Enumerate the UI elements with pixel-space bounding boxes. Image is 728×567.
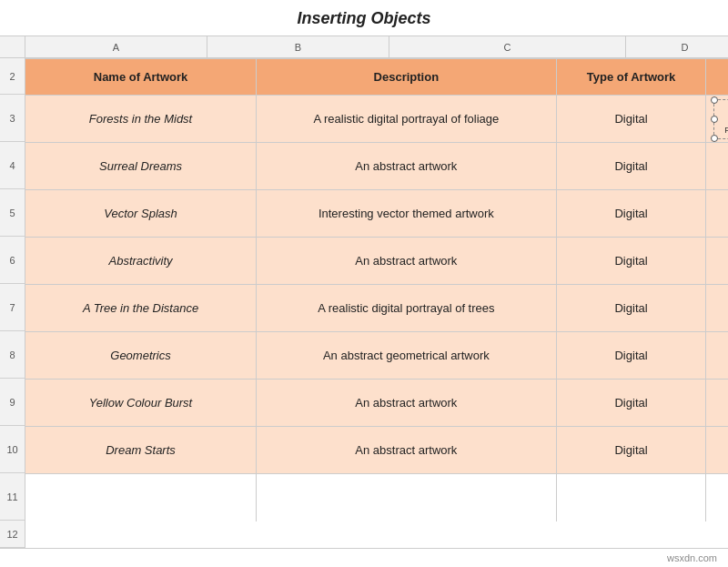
artwork-name-2: Surreal Dreams [25, 143, 257, 190]
table-row: Vector Splash Interesting vector themed … [25, 190, 728, 238]
col-header-c: C [389, 36, 626, 57]
table-row: Surreal Dreams An abstract artwork Digit… [25, 143, 728, 190]
artwork-cell-8 [706, 427, 728, 474]
artwork-desc-8: An abstract artwork [257, 427, 557, 474]
table-row: Dream Starts An abstract artwork Digital [25, 427, 728, 474]
artwork-cell-4 [706, 238, 728, 285]
pdf-selection: pdf ForestintheMidstpdf [713, 99, 728, 139]
artwork-desc-2: An abstract artwork [257, 143, 557, 190]
col-header-b: A [25, 36, 207, 57]
row-num-8: 8 [0, 331, 25, 379]
artwork-cell-6 [706, 332, 728, 380]
row-num-10: 10 [0, 426, 25, 473]
handle-bl [711, 135, 718, 142]
table-header-row: Name of Artwork Description Type of Artw… [25, 59, 728, 96]
artwork-cell-5 [706, 285, 728, 332]
sheet-area: 2 3 4 5 6 7 8 9 10 11 12 A B C D E [0, 36, 728, 548]
table-row: Forests in the Midst A realistic digital… [25, 96, 728, 143]
empty-cell-4 [706, 474, 728, 521]
row-num-2: 2 [0, 58, 25, 95]
artwork-type-4: Digital [556, 238, 706, 285]
col-header-b2: B [207, 36, 389, 57]
artwork-type-1: Digital [556, 96, 706, 143]
footer-bar: wsxdn.com [0, 548, 728, 567]
row-num-3: 3 [0, 95, 25, 142]
empty-cell-3 [556, 474, 706, 521]
artwork-desc-7: An abstract artwork [257, 380, 557, 427]
table-row: Yellow Colour Burst An abstract artwork … [25, 380, 728, 427]
row-num-12: 12 [0, 521, 25, 548]
empty-cell-2 [257, 474, 557, 521]
artwork-desc-6: An abstract geometrical artwork [257, 332, 557, 380]
spreadsheet: Inserting Objects 2 3 4 5 6 7 8 9 10 11 … [0, 0, 728, 567]
main-table: Name of Artwork Description Type of Artw… [25, 58, 728, 521]
artwork-name-6: Geometrics [25, 332, 257, 380]
artwork-name-5: A Tree in the Distance [25, 285, 257, 332]
artwork-desc-5: A realistic digital portrayal of trees [257, 285, 557, 332]
artwork-type-6: Digital [556, 332, 706, 380]
corner-cell [0, 36, 25, 58]
artwork-type-5: Digital [556, 285, 706, 332]
artwork-name-1: Forests in the Midst [25, 96, 257, 143]
watermark: wsxdn.com [667, 552, 717, 563]
pdf-icon-wrapper: pdf ForestintheMidstpdf [724, 93, 728, 146]
header-name: Name of Artwork [25, 59, 257, 96]
artwork-name-3: Vector Splash [25, 190, 257, 238]
header-desc: Description [257, 59, 557, 96]
artwork-name-7: Yellow Colour Burst [25, 380, 257, 427]
empty-row [25, 474, 728, 521]
artwork-name-4: Abstractivity [25, 238, 257, 285]
artwork-desc-1: A realistic digital portrayal of foliage [257, 96, 557, 143]
col-headers: A B C D E [25, 36, 728, 58]
row-num-6: 6 [0, 237, 25, 284]
artwork-name-8: Dream Starts [25, 427, 257, 474]
artwork-cell-7 [706, 380, 728, 427]
empty-cell-1 [25, 474, 257, 521]
artwork-cell-3 [706, 190, 728, 238]
artwork-cell-1: pdf ForestintheMidstpdf [706, 96, 728, 143]
col-header-d: D [626, 36, 728, 57]
artwork-cell-2: ↻ [706, 143, 728, 190]
row-num-11: 11 [0, 473, 25, 521]
table-row: A Tree in the Distance A realistic digit… [25, 285, 728, 332]
artwork-type-8: Digital [556, 427, 706, 474]
header-type: Type of Artwork [556, 59, 706, 96]
handle-tl [711, 96, 718, 104]
row-numbers: 2 3 4 5 6 7 8 9 10 11 12 [0, 36, 25, 548]
artwork-type-2: Digital [556, 143, 706, 190]
row-num-5: 5 [0, 189, 25, 237]
handle-ml [711, 116, 718, 123]
artwork-type-3: Digital [556, 190, 706, 238]
row-num-4: 4 [0, 142, 25, 189]
header-artwork: Actual Artwork [706, 59, 728, 96]
artwork-desc-3: Interesting vector themed artwork [257, 190, 557, 238]
table-wrapper: A B C D E Name of Artwork Description Ty… [25, 36, 728, 548]
table-row: Abstractivity An abstract artwork Digita… [25, 238, 728, 285]
artwork-desc-4: An abstract artwork [257, 238, 557, 285]
row-num-9: 9 [0, 379, 25, 426]
spreadsheet-title: Inserting Objects [0, 0, 728, 36]
artwork-type-7: Digital [556, 380, 706, 427]
table-row: Geometrics An abstract geometrical artwo… [25, 332, 728, 380]
row-num-7: 7 [0, 284, 25, 331]
